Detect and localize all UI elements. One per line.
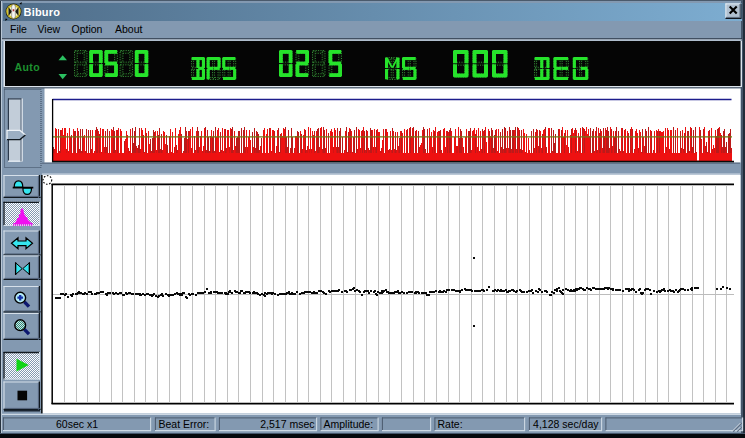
svg-text:View: View bbox=[38, 23, 61, 35]
svg-text:About: About bbox=[115, 23, 143, 35]
svg-text:Option: Option bbox=[72, 23, 103, 35]
svg-text:60sec x1: 60sec x1 bbox=[56, 418, 98, 430]
svg-text:Beat Error:: Beat Error: bbox=[159, 418, 210, 430]
svg-text:Auto: Auto bbox=[15, 61, 41, 73]
svg-text:Rate:: Rate: bbox=[438, 418, 463, 430]
svg-text:2,517 msec: 2,517 msec bbox=[260, 418, 314, 430]
svg-text:File: File bbox=[10, 23, 27, 35]
svg-text:4,128 sec/day: 4,128 sec/day bbox=[533, 418, 599, 430]
svg-text:Biburo: Biburo bbox=[24, 6, 61, 18]
svg-text:Amplitude:: Amplitude: bbox=[324, 418, 374, 430]
